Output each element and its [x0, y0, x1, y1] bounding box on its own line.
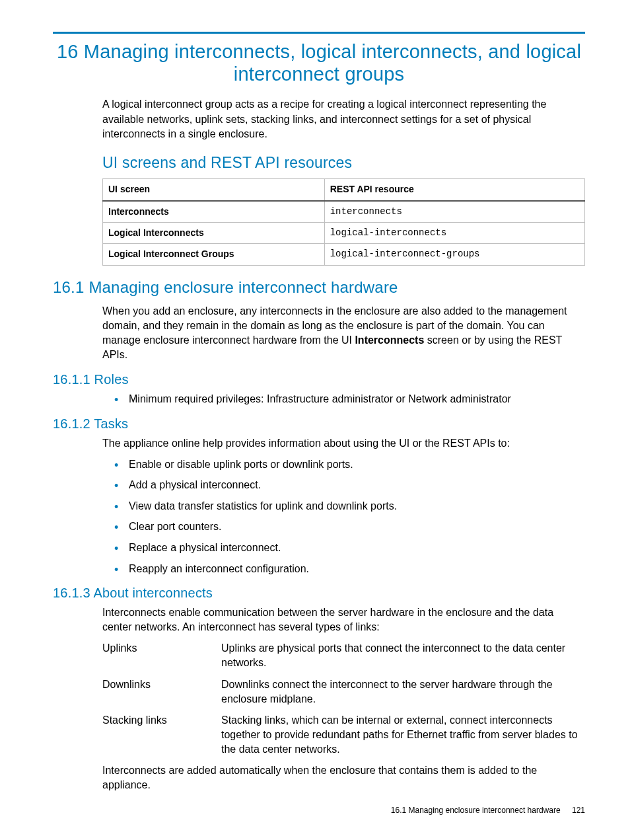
list-item: Add a physical interconnect. [129, 478, 585, 492]
cell-api: interconnects [324, 201, 584, 223]
tasks-lead: The appliance online help provides infor… [102, 436, 585, 451]
sec-16-1-body: When you add an enclosure, any interconn… [102, 304, 585, 362]
cell-ui: Logical Interconnects [103, 223, 325, 244]
sec-16-1-3-lead: Interconnects enable communication betwe… [102, 605, 585, 634]
footer-page-number: 121 [572, 806, 585, 815]
table-row: Interconnects interconnects [103, 201, 585, 223]
def-row: Uplinks Uplinks are physical ports that … [102, 641, 585, 670]
def-term: Stacking links [102, 713, 221, 757]
sec-16-1-3-heading: 16.1.3 About interconnects [53, 585, 585, 601]
footer-label: 16.1 Managing enclosure interconnect har… [391, 806, 561, 815]
roles-list: Minimum required privileges: Infrastruct… [102, 392, 585, 406]
cell-ui: Interconnects [103, 201, 325, 223]
def-desc: Stacking links, which can be internal or… [221, 713, 585, 757]
sec-16-1-2-heading: 16.1.2 Tasks [53, 416, 585, 432]
link-types-list: Uplinks Uplinks are physical ports that … [102, 641, 585, 757]
ui-rest-heading: UI screens and REST API resources [102, 153, 585, 172]
page: 16 Managing interconnects, logical inter… [0, 0, 630, 840]
th-ui-screen: UI screen [103, 179, 325, 201]
about-trail: Interconnects are added automatically wh… [102, 763, 585, 792]
ui-rest-table-wrap: UI screen REST API resource Interconnect… [102, 178, 585, 265]
def-term: Downlinks [102, 677, 221, 706]
def-desc: Downlinks connect the interconnect to th… [221, 677, 585, 706]
intro-text: A logical interconnect group acts as a r… [102, 97, 585, 141]
sec-16-1-1-heading: 16.1.1 Roles [53, 371, 585, 388]
page-footer: 16.1 Managing enclosure interconnect har… [391, 806, 585, 815]
def-term: Uplinks [102, 641, 221, 670]
list-item: Minimum required privileges: Infrastruct… [129, 392, 585, 406]
top-rule [53, 32, 585, 34]
table-row: Logical Interconnects logical-interconne… [103, 223, 585, 244]
table-row: Logical Interconnect Groups logical-inte… [103, 244, 585, 265]
para-bold: Interconnects [355, 334, 424, 346]
about-lead: Interconnects enable communication betwe… [102, 605, 585, 634]
intro-block: A logical interconnect group acts as a r… [102, 97, 585, 141]
th-rest-resource: REST API resource [324, 179, 584, 201]
def-desc: Uplinks are physical ports that connect … [221, 641, 585, 670]
list-item: Clear port counters. [129, 519, 585, 534]
def-row: Downlinks Downlinks connect the intercon… [102, 677, 585, 706]
sec-16-1-1-body: Minimum required privileges: Infrastruct… [102, 392, 585, 406]
list-item: View data transfer statistics for uplink… [129, 499, 585, 514]
cell-ui: Logical Interconnect Groups [103, 244, 325, 265]
ui-rest-table: UI screen REST API resource Interconnect… [102, 178, 585, 265]
list-item: Enable or disable uplink ports or downli… [129, 457, 585, 472]
def-row: Stacking links Stacking links, which can… [102, 713, 585, 757]
list-item: Reapply an interconnect configuration. [129, 562, 585, 576]
tasks-list: Enable or disable uplink ports or downli… [102, 457, 585, 576]
list-item: Replace a physical interconnect. [129, 541, 585, 555]
cell-api: logical-interconnects [324, 223, 584, 244]
chapter-title: 16 Managing interconnects, logical inter… [53, 40, 585, 85]
sec-16-1-heading: 16.1 Managing enclosure interconnect har… [53, 278, 585, 297]
sec-16-1-2-body: The appliance online help provides infor… [102, 436, 585, 576]
cell-api: logical-interconnect-groups [324, 244, 584, 265]
sec-16-1-3-trail: Interconnects are added automatically wh… [102, 763, 585, 792]
sec-16-1-para: When you add an enclosure, any interconn… [102, 304, 585, 362]
